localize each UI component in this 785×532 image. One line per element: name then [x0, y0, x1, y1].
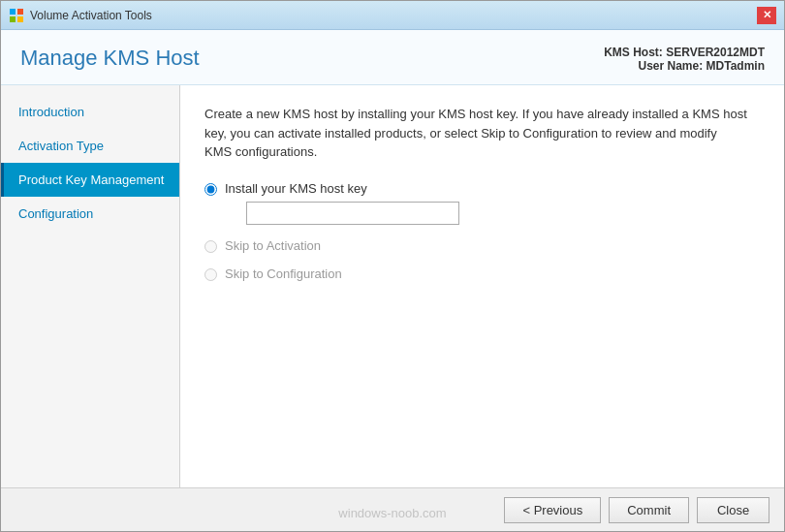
sidebar-item-configuration[interactable]: Configuration [1, 197, 179, 231]
radio-skip-config-text: Skip to Configuration [225, 266, 342, 281]
sidebar-item-product-key-management[interactable]: Product Key Management [1, 163, 179, 197]
svg-rect-3 [17, 16, 23, 22]
radio-option-install-key: Install your KMS host key [204, 181, 760, 225]
close-button[interactable]: Close [697, 497, 769, 523]
sidebar-item-label: Product Key Management [18, 172, 164, 187]
sidebar-item-introduction[interactable]: Introduction [1, 95, 179, 129]
main-window: Volume Activation Tools ✕ Manage KMS Hos… [0, 0, 785, 532]
kms-key-input[interactable] [246, 202, 459, 225]
footer: < Previous Commit Close [1, 487, 784, 531]
kms-info: KMS Host: SERVER2012MDT User Name: MDTad… [604, 46, 765, 73]
previous-button[interactable]: < Previous [504, 497, 601, 523]
sidebar-item-label: Activation Type [18, 139, 104, 153]
radio-skip-activation-label[interactable]: Skip to Activation [204, 238, 321, 253]
close-window-button[interactable]: ✕ [757, 7, 776, 24]
header-section: Manage KMS Host KMS Host: SERVER2012MDT … [1, 30, 784, 85]
radio-group: Install your KMS host key Skip to Activa… [204, 181, 760, 281]
radio-option-skip-configuration: Skip to Configuration [204, 266, 760, 281]
svg-rect-2 [10, 16, 16, 22]
main-wrapper: Manage KMS Host KMS Host: SERVER2012MDT … [1, 30, 784, 487]
sidebar-item-label: Introduction [18, 105, 84, 119]
radio-install-text: Install your KMS host key [225, 181, 367, 196]
page-title: Manage KMS Host [20, 46, 200, 71]
title-bar-left: Volume Activation Tools [9, 8, 152, 23]
radio-option-skip-activation: Skip to Activation [204, 238, 760, 253]
main-content: Create a new KMS host by installing your… [180, 85, 784, 487]
content-area: Introduction Activation Type Product Key… [1, 85, 784, 487]
sidebar-item-activation-type[interactable]: Activation Type [1, 129, 179, 163]
window-title: Volume Activation Tools [30, 9, 152, 22]
radio-skip-config-input[interactable] [204, 268, 217, 281]
svg-rect-0 [10, 9, 16, 15]
commit-button[interactable]: Commit [609, 497, 689, 523]
app-icon [9, 8, 24, 23]
sidebar: Introduction Activation Type Product Key… [1, 85, 180, 487]
description-text: Create a new KMS host by installing your… [204, 105, 747, 162]
sidebar-item-label: Configuration [18, 206, 93, 221]
svg-rect-1 [17, 9, 23, 15]
radio-skip-activation-input[interactable] [204, 240, 217, 253]
kms-host-label: KMS Host: SERVER2012MDT [604, 46, 765, 59]
radio-install-input[interactable] [204, 183, 217, 196]
title-bar: Volume Activation Tools ✕ [1, 1, 784, 30]
radio-skip-config-label[interactable]: Skip to Configuration [204, 266, 342, 281]
user-name-label: User Name: MDTadmin [604, 59, 765, 73]
radio-install-label[interactable]: Install your KMS host key [204, 181, 459, 225]
radio-skip-activation-text: Skip to Activation [225, 238, 321, 253]
